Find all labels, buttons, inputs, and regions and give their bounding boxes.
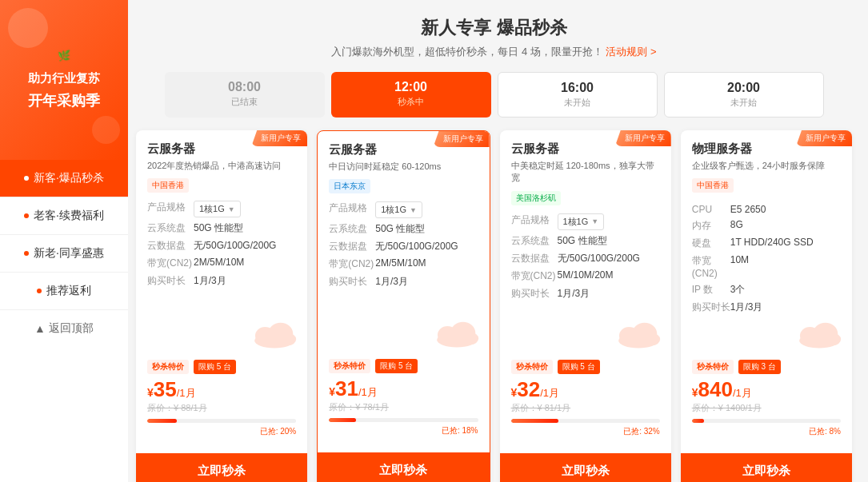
card-1-desc: 2022年度热销爆品，中港高速访问 <box>147 160 296 172</box>
sidebar-item-dot <box>24 213 29 218</box>
seckill-tag: 秒杀特价 <box>511 360 553 374</box>
card-4-region: 中国香港 <box>692 178 734 193</box>
time-tab-1600[interactable]: 16:00 未开始 <box>498 72 658 118</box>
spec-label-bw: 带宽(CN2) <box>147 257 194 270</box>
card-3-data-disk: 云数据盘 无/50G/100G/200G <box>511 252 660 265</box>
card-4-footer: 秒杀特价 限购 3 台 ¥ 840 /1月 原价：¥ 1400/1月 已抢: 8… <box>681 352 852 447</box>
time-tab-status: 已结束 <box>165 96 325 108</box>
card-1-buy-button[interactable]: 立即秒杀 <box>136 453 307 482</box>
card-3-bandwidth: 带宽(CN2) 5M/10M/20M <box>511 269 660 283</box>
spec-value-bw: 5M/10M/20M <box>558 269 660 281</box>
card-2-region: 日本东京 <box>329 179 370 193</box>
spec-select-dropdown[interactable]: 1核1G ▼ <box>194 201 241 217</box>
spec-label-type: 产品规格 <box>147 201 194 214</box>
spec-label-dur: 购买时长 <box>329 275 375 289</box>
card-4-ip-row: IP 数 3个 <box>692 283 841 297</box>
sidebar-back-label: 返回顶部 <box>49 321 94 336</box>
sidebar: 🌿 助力行业复苏 开年采购季 新客·爆品秒杀 老客·续费福利 新老·同享盛惠 <box>0 0 128 482</box>
sidebar-item-recommend[interactable]: 推荐返利 <box>0 273 128 310</box>
sidebar-item-label: 新老·同享盛惠 <box>34 246 104 261</box>
sidebar-item-new-seckill[interactable]: 新客·爆品秒杀 <box>0 160 128 197</box>
sidebar-item-old-renew[interactable]: 老客·续费福利 <box>0 197 128 235</box>
time-tab-status: 未开始 <box>665 97 823 109</box>
up-arrow-icon: ▲ <box>34 322 46 335</box>
card-1-price-tags: 秒杀特价 限购 5 台 <box>147 360 296 374</box>
limit-tag: 限购 3 台 <box>738 360 781 374</box>
card-4-storage-row: 硬盘 1T HDD/240G SSD <box>692 237 841 250</box>
spec-value-disk: 50G 性能型 <box>558 234 660 248</box>
card-3-desc: 中美稳定时延 120-180ms，独享大带宽 <box>511 160 660 185</box>
card-4-progress-bar <box>692 419 841 423</box>
card-3-buy-button[interactable]: 立即秒杀 <box>500 453 671 482</box>
card-1-body: 云服务器 2022年度热销爆品，中港高速访问 中国香港 产品规格 1核1G ▼ … <box>136 130 307 331</box>
spec-label-dur: 购买时长 <box>511 287 558 301</box>
spec-label-disk: 云系统盘 <box>511 234 558 248</box>
spec-value-bw: 2M/5M/10M <box>194 257 296 268</box>
card-4-desc: 企业级客户甄选，24小时服务保障 <box>692 160 841 172</box>
card-4-price: ¥ 840 /1月 <box>692 379 841 400</box>
spec-select-dropdown[interactable]: 1核1G ▼ <box>558 213 605 230</box>
cloud-icon <box>614 317 663 352</box>
sidebar-nav: 新客·爆品秒杀 老客·续费福利 新老·同享盛惠 推荐返利 <box>0 160 128 310</box>
svg-point-11 <box>644 333 660 346</box>
card-1-original-price: 原价：¥ 88/1月 <box>147 402 296 414</box>
sidebar-back-button[interactable]: ▲ 返回顶部 <box>0 310 128 347</box>
spec-label-data-disk: 云数据盘 <box>329 240 375 253</box>
card-2-spec-type: 产品规格 1核1G ▼ <box>329 201 478 218</box>
price-symbol: ¥ <box>692 386 698 399</box>
card-1-badge: 新用户专享 <box>251 130 307 146</box>
card-3-disk: 云系统盘 50G 性能型 <box>511 234 660 248</box>
sidebar-item-label: 新客·爆品秒杀 <box>34 171 104 185</box>
card-3-progress-bar <box>511 419 660 423</box>
page-subtitle: 入门爆款海外机型，超低特价秒杀，每日 4 场，限量开抢！ 活动规则 > <box>136 45 852 59</box>
cloud-icon <box>794 317 844 352</box>
card-2-buy-button[interactable]: 立即秒杀 <box>318 452 489 482</box>
main-content: 新人专享 爆品秒杀 入门爆款海外机型，超低特价秒杀，每日 4 场，限量开抢！ 活… <box>128 0 868 482</box>
cpu-value: E5 2650 <box>730 204 766 215</box>
card-4-buy-button[interactable]: 立即秒杀 <box>681 453 852 482</box>
cloud-icon <box>432 316 482 351</box>
price-number: 32 <box>517 379 540 400</box>
price-unit: /1月 <box>733 386 752 400</box>
price-symbol: ¥ <box>147 386 154 399</box>
time-tab-1200[interactable]: 12:00 秒杀中 <box>331 72 491 118</box>
card-1-progress-label: 已抢: 20% <box>147 426 296 437</box>
card-1-region: 中国香港 <box>147 178 189 193</box>
card-2-progress-fill <box>329 418 356 422</box>
spec-value-dur: 1月/3月 <box>558 287 660 301</box>
time-tab-0800[interactable]: 08:00 已结束 <box>165 72 325 118</box>
spec-select-dropdown[interactable]: 1核1G ▼ <box>375 201 422 218</box>
time-tab-status: 未开始 <box>498 97 657 109</box>
sidebar-banner-sub: 开年采购季 <box>28 91 100 110</box>
card-4-body: 物理服务器 企业级客户甄选，24小时服务保障 中国香港 CPU E5 2650 … <box>681 130 852 326</box>
spec-label-type: 产品规格 <box>511 213 558 227</box>
sidebar-item-new-old-share[interactable]: 新老·同享盛惠 <box>0 235 128 273</box>
time-tab-time: 08:00 <box>165 80 325 94</box>
sidebar-item-label: 老客·续费福利 <box>34 209 104 223</box>
spec-value-data-disk: 无/50G/100G/200G <box>558 252 660 265</box>
card-1-price: ¥ 35 /1月 <box>147 379 296 400</box>
price-number: 31 <box>335 378 358 399</box>
card-4-progress-label: 已抢: 8% <box>692 426 841 437</box>
card-4-memory-row: 内存 8G <box>692 219 841 233</box>
card-3-footer: 秒杀特价 限购 5 台 ¥ 32 /1月 原价：¥ 81/1月 已抢: 32% <box>500 352 671 447</box>
price-number: 840 <box>698 379 733 400</box>
spec-label-disk: 云系统盘 <box>147 221 194 235</box>
seckill-tag: 秒杀特价 <box>692 360 734 374</box>
memory-value: 8G <box>730 219 743 233</box>
svg-point-15 <box>825 333 841 346</box>
card-1-footer: 秒杀特价 限购 5 台 ¥ 35 /1月 原价：¥ 88/1月 已抢: 20% <box>136 352 307 447</box>
time-tab-2000[interactable]: 20:00 未开始 <box>664 72 824 118</box>
spec-select-value: 1核1G <box>199 203 225 215</box>
time-tabs: 08:00 已结束 12:00 秒杀中 16:00 未开始 20:00 未开始 <box>136 72 852 118</box>
ip-label: IP 数 <box>692 283 730 297</box>
spec-label-data-disk: 云数据盘 <box>511 252 558 265</box>
duration-label: 购买时长 <box>692 301 730 314</box>
card-2-desc: 中日访问时延稳定 60-120ms <box>329 161 478 173</box>
card-2-body: 云服务器 中日访问时延稳定 60-120ms 日本东京 产品规格 1核1G ▼ … <box>318 131 489 330</box>
sidebar-item-dot <box>24 176 29 181</box>
spec-value-data-disk: 无/50G/100G/200G <box>375 240 478 253</box>
activity-rules-link[interactable]: 活动规则 > <box>606 46 656 58</box>
spec-value-disk: 50G 性能型 <box>375 222 478 236</box>
card-4-badge: 新用户专享 <box>796 130 852 146</box>
